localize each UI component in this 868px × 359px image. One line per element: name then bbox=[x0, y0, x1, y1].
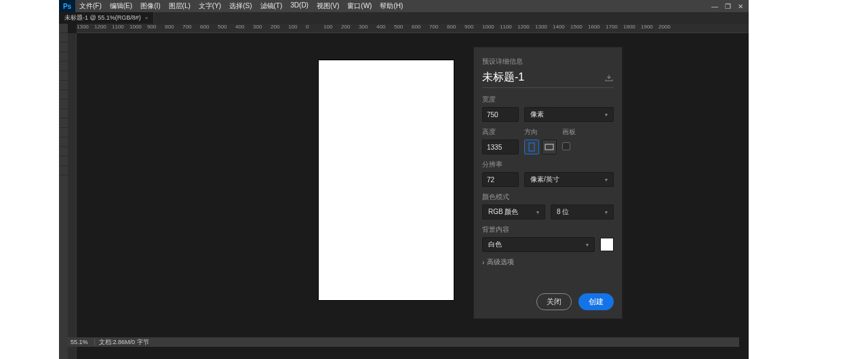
background-label: 背景内容 bbox=[482, 225, 614, 234]
document-tabbar: 未标题-1 @ 55.1%(RGB/8#) × bbox=[59, 12, 749, 24]
menu-type[interactable]: 文字(Y) bbox=[195, 1, 225, 11]
ruler-mark: 1000 bbox=[482, 24, 500, 33]
width-label: 宽度 bbox=[482, 95, 614, 104]
ruler-mark: 300 bbox=[359, 24, 376, 33]
orientation-landscape-button[interactable] bbox=[542, 140, 557, 154]
width-unit-select[interactable]: 像素 ▾ bbox=[524, 107, 614, 122]
menu-help[interactable]: 帮助(H) bbox=[376, 1, 407, 11]
menu-edit[interactable]: 编辑(E) bbox=[106, 1, 136, 11]
ruler-mark: 1600 bbox=[588, 24, 606, 33]
new-document-panel: 预设详细信息 未标题-1 宽度 750 像素 ▾ 高度 1335 方向 bbox=[473, 47, 623, 319]
menu-window[interactable]: 窗口(W) bbox=[343, 1, 376, 11]
statusbar: 55.1% 文档:2.86M/0 字节 bbox=[68, 337, 739, 347]
menu-view[interactable]: 视图(V) bbox=[313, 1, 343, 11]
ruler-mark: 500 bbox=[394, 24, 412, 33]
color-mode-value: RGB 颜色 bbox=[488, 207, 518, 217]
resolution-label: 分辨率 bbox=[482, 160, 614, 169]
width-unit-value: 像素 bbox=[530, 110, 544, 119]
maximize-button[interactable]: ❐ bbox=[725, 3, 731, 10]
document-tab[interactable]: 未标题-1 @ 55.1%(RGB/8#) × bbox=[59, 12, 154, 24]
main-menu: 文件(F) 编辑(E) 图像(I) 图层(L) 文字(Y) 选择(S) 滤镜(T… bbox=[75, 1, 407, 11]
ruler-mark: 1200 bbox=[94, 24, 112, 33]
ruler-mark: 1900 bbox=[641, 24, 658, 33]
vertical-toolbar[interactable] bbox=[59, 24, 68, 359]
background-value: 白色 bbox=[488, 240, 502, 249]
chevron-down-icon: ▾ bbox=[536, 209, 539, 215]
app-logo: Ps bbox=[59, 0, 75, 12]
menu-layer[interactable]: 图层(L) bbox=[165, 1, 195, 11]
minimize-button[interactable]: — bbox=[711, 3, 718, 10]
ruler-mark: 700 bbox=[429, 24, 447, 33]
landscape-icon bbox=[545, 144, 554, 150]
titlebar: Ps 文件(F) 编辑(E) 图像(I) 图层(L) 文字(Y) 选择(S) 滤… bbox=[59, 0, 749, 12]
background-select[interactable]: 白色 ▾ bbox=[482, 237, 595, 252]
close-button[interactable]: 关闭 bbox=[536, 293, 572, 310]
chevron-down-icon: ▾ bbox=[586, 242, 589, 248]
advanced-label: 高级选项 bbox=[487, 257, 514, 267]
orientation-label: 方向 bbox=[524, 127, 557, 137]
ruler-mark: 1500 bbox=[570, 24, 588, 33]
document-tab-label: 未标题-1 @ 55.1%(RGB/8#) bbox=[64, 14, 141, 22]
resolution-uno-servlect[interactable]: 像素/英寸 ▾ bbox=[524, 172, 614, 187]
ruler-mark: 600 bbox=[412, 24, 429, 33]
ruler-mark: 200 bbox=[271, 24, 288, 33]
ruler-mark: 1200 bbox=[517, 24, 535, 33]
ruler-mark: 1700 bbox=[606, 24, 623, 33]
chevron-down-icon: ▾ bbox=[605, 112, 608, 118]
artboards-checkbox[interactable] bbox=[562, 142, 570, 150]
chevron-down-icon: ▾ bbox=[605, 209, 608, 215]
height-input[interactable]: 1335 bbox=[482, 140, 519, 154]
artboards-label: 画板 bbox=[562, 127, 576, 137]
menu-filter[interactable]: 滤镜(T) bbox=[256, 1, 287, 11]
ruler-mark: 1000 bbox=[130, 24, 147, 33]
save-preset-icon[interactable] bbox=[604, 75, 614, 81]
ruler-mark: 400 bbox=[235, 24, 253, 33]
ruler-mark: 800 bbox=[447, 24, 465, 33]
close-window-button[interactable]: ✕ bbox=[738, 3, 743, 10]
resolution-input[interactable]: 72 bbox=[482, 172, 519, 187]
menu-3d[interactable]: 3D(D) bbox=[286, 1, 313, 11]
bit-depth-select[interactable]: 8 位 ▾ bbox=[551, 205, 614, 219]
ruler-mark: 1300 bbox=[77, 24, 94, 33]
chevron-down-icon: ▾ bbox=[605, 177, 608, 183]
panel-header: 预设详细信息 bbox=[482, 57, 614, 66]
bit-depth-value: 8 位 bbox=[557, 207, 569, 217]
advanced-options-toggle[interactable]: › 高级选项 bbox=[482, 257, 614, 267]
svg-rect-0 bbox=[529, 143, 534, 151]
window-controls: — ❐ ✕ bbox=[711, 3, 749, 10]
photoshop-window: Ps 文件(F) 编辑(E) 图像(I) 图层(L) 文字(Y) 选择(S) 滤… bbox=[59, 0, 749, 359]
ruler-mark: 100 bbox=[323, 24, 341, 33]
menu-file[interactable]: 文件(F) bbox=[75, 1, 106, 11]
ruler-mark: 1100 bbox=[500, 24, 517, 33]
color-mode-label: 颜色模式 bbox=[482, 192, 614, 202]
ruler-mark: 1400 bbox=[553, 24, 570, 33]
ruler-mark: 900 bbox=[465, 24, 482, 33]
close-tab-icon[interactable]: × bbox=[145, 15, 149, 21]
document-info: 文档:2.86M/0 字节 bbox=[95, 338, 149, 347]
ruler-mark: 1100 bbox=[112, 24, 130, 33]
horizontal-ruler: 1300120011001000900800700600500400300200… bbox=[77, 24, 749, 33]
portrait-icon bbox=[528, 142, 535, 152]
ruler-mark: 400 bbox=[376, 24, 394, 33]
ruler-mark: 900 bbox=[147, 24, 165, 33]
zoom-level[interactable]: 55.1% bbox=[68, 339, 95, 345]
ruler-mark: 500 bbox=[218, 24, 235, 33]
height-label: 高度 bbox=[482, 127, 519, 137]
orientation-portrait-button[interactable] bbox=[524, 140, 539, 154]
width-input[interactable]: 750 bbox=[482, 107, 519, 122]
canvas-area: 1300120011001000900800700600500400300200… bbox=[68, 24, 749, 359]
resolution-unit-value: 像素/英寸 bbox=[530, 175, 559, 184]
create-button[interactable]: 创建 bbox=[578, 293, 614, 310]
ruler-mark: 100 bbox=[288, 24, 306, 33]
color-mode-select[interactable]: RGB 颜色 ▾ bbox=[482, 205, 545, 219]
ruler-mark: 800 bbox=[165, 24, 182, 33]
workspace: 1300120011001000900800700600500400300200… bbox=[59, 24, 749, 359]
vertical-ruler bbox=[68, 33, 77, 359]
document-name-input[interactable]: 未标题-1 bbox=[482, 70, 524, 85]
menu-select[interactable]: 选择(S) bbox=[225, 1, 256, 11]
ruler-mark: 0 bbox=[306, 24, 323, 33]
background-color-swatch[interactable] bbox=[600, 238, 614, 251]
menu-image[interactable]: 图像(I) bbox=[136, 1, 164, 11]
ruler-mark: 200 bbox=[341, 24, 359, 33]
document-canvas[interactable] bbox=[319, 60, 454, 300]
